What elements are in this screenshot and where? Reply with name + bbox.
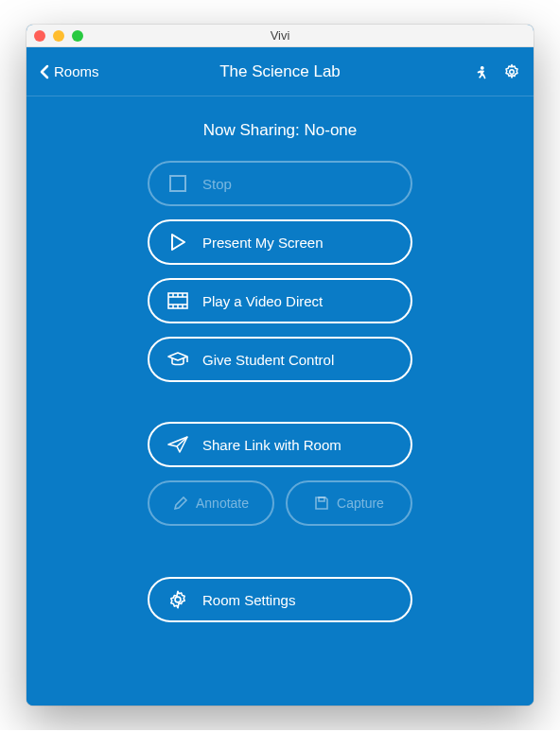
- svg-point-14: [175, 597, 181, 602]
- back-button[interactable]: Rooms: [40, 63, 99, 79]
- play-icon: [166, 233, 189, 252]
- app-body: Rooms The Science Lab Now Sharing: No-on…: [26, 47, 534, 706]
- stop-icon: [166, 175, 189, 192]
- stop-button: Stop: [148, 161, 412, 206]
- stop-label: Stop: [202, 176, 232, 192]
- student-control-button[interactable]: Give Student Control: [148, 337, 412, 382]
- page-title: The Science Lab: [26, 62, 534, 81]
- annotate-button: Annotate: [148, 480, 274, 526]
- app-window: Vivi Rooms The Science Lab Now Sharing: …: [26, 25, 534, 706]
- student-control-label: Give Student Control: [202, 352, 334, 368]
- room-settings-label: Room Settings: [202, 592, 295, 608]
- sharing-status: Now Sharing: No-one: [203, 121, 358, 140]
- play-video-label: Play a Video Direct: [202, 293, 323, 309]
- settings-gear-icon: [166, 589, 189, 610]
- share-link-button[interactable]: Share Link with Room: [148, 422, 412, 467]
- capture-label: Capture: [337, 496, 384, 511]
- present-screen-button[interactable]: Present My Screen: [148, 219, 412, 265]
- maximize-window-button[interactable]: [72, 30, 83, 42]
- present-label: Present My Screen: [202, 235, 324, 251]
- share-link-label: Share Link with Room: [202, 437, 341, 453]
- exit-icon[interactable]: [473, 63, 490, 80]
- svg-rect-13: [319, 497, 324, 501]
- minimize-window-button[interactable]: [53, 30, 64, 42]
- play-video-button[interactable]: Play a Video Direct: [148, 278, 412, 323]
- header-actions: [473, 63, 520, 80]
- chevron-left-icon: [40, 64, 50, 79]
- graduation-cap-icon: [166, 351, 189, 368]
- paper-plane-icon: [166, 435, 189, 454]
- film-icon: [166, 292, 189, 309]
- header: Rooms The Science Lab: [26, 47, 534, 96]
- pencil-icon: [173, 496, 188, 511]
- traffic-lights: [34, 30, 83, 42]
- gear-icon[interactable]: [503, 63, 520, 80]
- annotate-label: Annotate: [196, 496, 249, 511]
- svg-point-0: [510, 69, 515, 74]
- save-icon: [314, 496, 329, 511]
- titlebar: Vivi: [26, 25, 534, 47]
- close-window-button[interactable]: [34, 30, 45, 42]
- svg-rect-1: [170, 176, 185, 191]
- capture-button: Capture: [286, 480, 412, 526]
- back-label: Rooms: [54, 63, 99, 79]
- room-settings-button[interactable]: Room Settings: [148, 577, 412, 622]
- annotate-capture-row: Annotate Capture: [148, 480, 412, 526]
- window-title: Vivi: [26, 28, 534, 43]
- content: Now Sharing: No-one Stop Present My Scre…: [26, 96, 534, 706]
